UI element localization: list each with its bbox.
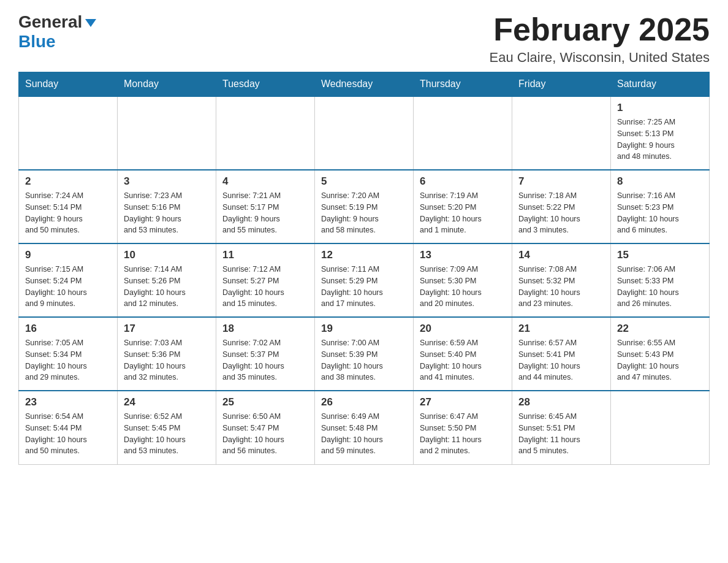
calendar-week-row: 23Sunrise: 6:54 AMSunset: 5:44 PMDayligh… xyxy=(19,391,710,464)
day-number: 6 xyxy=(420,175,506,188)
day-info: Sunrise: 6:50 AMSunset: 5:47 PMDaylight:… xyxy=(222,411,308,457)
day-info: Sunrise: 6:52 AMSunset: 5:45 PMDaylight:… xyxy=(124,411,210,457)
calendar-cell: 3Sunrise: 7:23 AMSunset: 5:16 PMDaylight… xyxy=(118,170,216,243)
calendar-cell: 4Sunrise: 7:21 AMSunset: 5:17 PMDaylight… xyxy=(216,170,315,243)
day-info: Sunrise: 7:15 AMSunset: 5:24 PMDaylight:… xyxy=(25,264,111,310)
calendar-cell: 28Sunrise: 6:45 AMSunset: 5:51 PMDayligh… xyxy=(512,391,611,464)
calendar-cell: 6Sunrise: 7:19 AMSunset: 5:20 PMDaylight… xyxy=(414,170,512,243)
day-info: Sunrise: 7:14 AMSunset: 5:26 PMDaylight:… xyxy=(124,264,210,310)
month-title: February 2025 xyxy=(490,12,710,47)
day-number: 7 xyxy=(518,175,604,188)
day-number: 3 xyxy=(124,175,210,188)
weekday-header-thursday: Thursday xyxy=(414,72,512,97)
day-info: Sunrise: 7:03 AMSunset: 5:36 PMDaylight:… xyxy=(124,337,210,383)
calendar-cell: 11Sunrise: 7:12 AMSunset: 5:27 PMDayligh… xyxy=(216,243,315,317)
day-number: 14 xyxy=(518,249,604,261)
weekday-header-saturday: Saturday xyxy=(611,72,710,97)
day-info: Sunrise: 7:11 AMSunset: 5:29 PMDaylight:… xyxy=(321,264,407,310)
day-number: 28 xyxy=(518,396,604,408)
calendar-cell: 22Sunrise: 6:55 AMSunset: 5:43 PMDayligh… xyxy=(611,317,710,391)
page-header: General Blue February 2025 Eau Claire, W… xyxy=(18,12,710,66)
day-info: Sunrise: 6:54 AMSunset: 5:44 PMDaylight:… xyxy=(25,411,111,457)
calendar-cell: 23Sunrise: 6:54 AMSunset: 5:44 PMDayligh… xyxy=(19,391,118,464)
day-info: Sunrise: 7:02 AMSunset: 5:37 PMDaylight:… xyxy=(222,337,308,383)
calendar-week-row: 1Sunrise: 7:25 AMSunset: 5:13 PMDaylight… xyxy=(19,96,710,170)
calendar-cell: 27Sunrise: 6:47 AMSunset: 5:50 PMDayligh… xyxy=(414,391,512,464)
day-info: Sunrise: 7:18 AMSunset: 5:22 PMDaylight:… xyxy=(518,190,604,236)
day-number: 12 xyxy=(321,249,407,261)
calendar-cell: 14Sunrise: 7:08 AMSunset: 5:32 PMDayligh… xyxy=(512,243,611,317)
calendar-cell xyxy=(118,96,216,170)
calendar-cell: 19Sunrise: 7:00 AMSunset: 5:39 PMDayligh… xyxy=(315,317,414,391)
day-number: 5 xyxy=(321,175,407,188)
calendar-cell xyxy=(414,96,512,170)
day-info: Sunrise: 6:55 AMSunset: 5:43 PMDaylight:… xyxy=(617,337,703,383)
calendar-cell: 9Sunrise: 7:15 AMSunset: 5:24 PMDaylight… xyxy=(19,243,118,317)
day-number: 9 xyxy=(25,249,111,261)
calendar-cell: 8Sunrise: 7:16 AMSunset: 5:23 PMDaylight… xyxy=(611,170,710,243)
day-info: Sunrise: 7:21 AMSunset: 5:17 PMDaylight:… xyxy=(222,190,308,236)
logo-arrow-icon xyxy=(85,19,96,27)
day-info: Sunrise: 7:25 AMSunset: 5:13 PMDaylight:… xyxy=(617,117,703,163)
day-number: 20 xyxy=(420,323,506,335)
calendar-cell: 15Sunrise: 7:06 AMSunset: 5:33 PMDayligh… xyxy=(611,243,710,317)
day-number: 27 xyxy=(420,396,506,408)
weekday-header-row: SundayMondayTuesdayWednesdayThursdayFrid… xyxy=(19,72,710,97)
day-info: Sunrise: 6:59 AMSunset: 5:40 PMDaylight:… xyxy=(420,337,506,383)
day-info: Sunrise: 6:45 AMSunset: 5:51 PMDaylight:… xyxy=(518,411,604,457)
calendar-cell: 1Sunrise: 7:25 AMSunset: 5:13 PMDaylight… xyxy=(611,96,710,170)
day-number: 1 xyxy=(617,102,703,114)
day-info: Sunrise: 7:23 AMSunset: 5:16 PMDaylight:… xyxy=(124,190,210,236)
day-info: Sunrise: 7:05 AMSunset: 5:34 PMDaylight:… xyxy=(25,337,111,383)
calendar-cell: 24Sunrise: 6:52 AMSunset: 5:45 PMDayligh… xyxy=(118,391,216,464)
day-number: 24 xyxy=(124,396,210,408)
day-number: 26 xyxy=(321,396,407,408)
day-info: Sunrise: 6:57 AMSunset: 5:41 PMDaylight:… xyxy=(518,337,604,383)
location-title: Eau Claire, Wisconsin, United States xyxy=(490,50,710,66)
title-section: February 2025 Eau Claire, Wisconsin, Uni… xyxy=(490,12,710,66)
logo: General Blue xyxy=(18,12,96,52)
day-number: 15 xyxy=(617,249,703,261)
calendar-week-row: 2Sunrise: 7:24 AMSunset: 5:14 PMDaylight… xyxy=(19,170,710,243)
calendar-cell: 13Sunrise: 7:09 AMSunset: 5:30 PMDayligh… xyxy=(414,243,512,317)
day-info: Sunrise: 7:24 AMSunset: 5:14 PMDaylight:… xyxy=(25,190,111,236)
day-number: 10 xyxy=(124,249,210,261)
day-number: 4 xyxy=(222,175,308,188)
weekday-header-friday: Friday xyxy=(512,72,611,97)
calendar-cell: 7Sunrise: 7:18 AMSunset: 5:22 PMDaylight… xyxy=(512,170,611,243)
calendar-cell: 12Sunrise: 7:11 AMSunset: 5:29 PMDayligh… xyxy=(315,243,414,317)
calendar-cell: 20Sunrise: 6:59 AMSunset: 5:40 PMDayligh… xyxy=(414,317,512,391)
day-info: Sunrise: 7:00 AMSunset: 5:39 PMDaylight:… xyxy=(321,337,407,383)
weekday-header-monday: Monday xyxy=(118,72,216,97)
day-info: Sunrise: 7:16 AMSunset: 5:23 PMDaylight:… xyxy=(617,190,703,236)
weekday-header-sunday: Sunday xyxy=(19,72,118,97)
calendar-cell: 16Sunrise: 7:05 AMSunset: 5:34 PMDayligh… xyxy=(19,317,118,391)
calendar-cell: 26Sunrise: 6:49 AMSunset: 5:48 PMDayligh… xyxy=(315,391,414,464)
calendar-cell: 18Sunrise: 7:02 AMSunset: 5:37 PMDayligh… xyxy=(216,317,315,391)
calendar-cell xyxy=(512,96,611,170)
calendar-cell xyxy=(611,391,710,464)
day-info: Sunrise: 7:20 AMSunset: 5:19 PMDaylight:… xyxy=(321,190,407,236)
day-number: 2 xyxy=(25,175,111,188)
calendar-cell xyxy=(216,96,315,170)
day-info: Sunrise: 7:12 AMSunset: 5:27 PMDaylight:… xyxy=(222,264,308,310)
calendar-cell: 25Sunrise: 6:50 AMSunset: 5:47 PMDayligh… xyxy=(216,391,315,464)
calendar-week-row: 16Sunrise: 7:05 AMSunset: 5:34 PMDayligh… xyxy=(19,317,710,391)
day-info: Sunrise: 7:19 AMSunset: 5:20 PMDaylight:… xyxy=(420,190,506,236)
day-number: 16 xyxy=(25,323,111,335)
calendar-cell: 17Sunrise: 7:03 AMSunset: 5:36 PMDayligh… xyxy=(118,317,216,391)
day-info: Sunrise: 6:47 AMSunset: 5:50 PMDaylight:… xyxy=(420,411,506,457)
calendar-cell: 10Sunrise: 7:14 AMSunset: 5:26 PMDayligh… xyxy=(118,243,216,317)
calendar-table: SundayMondayTuesdayWednesdayThursdayFrid… xyxy=(18,72,710,465)
day-number: 23 xyxy=(25,396,111,408)
day-number: 19 xyxy=(321,323,407,335)
day-info: Sunrise: 6:49 AMSunset: 5:48 PMDaylight:… xyxy=(321,411,407,457)
calendar-cell: 21Sunrise: 6:57 AMSunset: 5:41 PMDayligh… xyxy=(512,317,611,391)
day-info: Sunrise: 7:06 AMSunset: 5:33 PMDaylight:… xyxy=(617,264,703,310)
day-number: 17 xyxy=(124,323,210,335)
logo-blue-text: Blue xyxy=(18,32,56,52)
calendar-week-row: 9Sunrise: 7:15 AMSunset: 5:24 PMDaylight… xyxy=(19,243,710,317)
calendar-cell xyxy=(315,96,414,170)
day-info: Sunrise: 7:08 AMSunset: 5:32 PMDaylight:… xyxy=(518,264,604,310)
day-number: 22 xyxy=(617,323,703,335)
